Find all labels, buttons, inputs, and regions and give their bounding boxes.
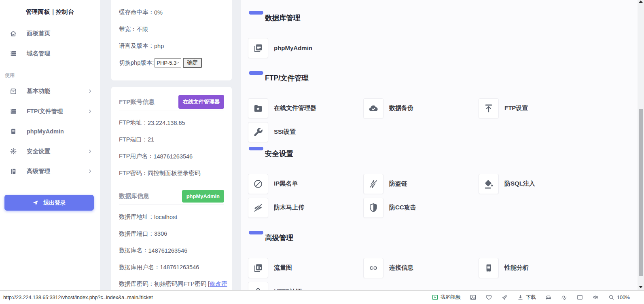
info-value: 148761263546	[153, 153, 193, 160]
info-value: 同控制面板登录密码	[148, 169, 201, 177]
statusbar-tool-car[interactable]	[540, 294, 556, 301]
info-label: 数据库端口：	[119, 230, 154, 238]
info-row: FTP密码：同控制面板登录密码	[119, 165, 224, 182]
play-video-icon	[432, 294, 439, 301]
feature-item[interactable]: SSI设置	[248, 120, 363, 144]
card-section-header: 数据库信息phpMyAdmin	[119, 189, 224, 203]
statusbar-tool-image[interactable]	[465, 294, 481, 301]
section-accent-pill	[249, 231, 263, 234]
card-section-rows: 数据库地址：localhost数据库端口：3306数据库名：1487612635…	[119, 209, 224, 293]
sidebar-item[interactable]: 面板首页	[0, 23, 100, 44]
feature-tile[interactable]	[248, 282, 268, 291]
feature-tile[interactable]	[248, 258, 268, 278]
change-password-link[interactable]: 修改密	[210, 280, 227, 288]
layers-slash-icon	[253, 203, 263, 213]
magnifier-icon	[608, 294, 615, 301]
feature-tile[interactable]	[248, 122, 268, 142]
sidebar-item-label: 基本功能	[27, 87, 87, 95]
feature-item[interactable]: 连接信息	[363, 256, 479, 280]
feature-tile[interactable]	[363, 174, 383, 194]
sidebar-menu-main: 基本功能FTP/文件管理phpMyAdmin安全设置高级管理	[0, 81, 100, 182]
sidebar-item[interactable]: 高级管理	[0, 161, 100, 182]
sidebar-item[interactable]: FTP/文件管理	[0, 101, 100, 122]
logout-button[interactable]: 退出登录	[4, 195, 94, 211]
sidebar-item-label: FTP/文件管理	[27, 108, 87, 115]
overview-card: 缓存命中率：0%带宽：不限语言及版本：php 切换php版本: PHP-5.3 …	[111, 0, 232, 80]
feature-tile[interactable]	[248, 98, 268, 118]
feature-item[interactable]: 防木马上传	[248, 196, 363, 220]
feature-tile[interactable]	[363, 198, 383, 218]
ban-icon	[253, 179, 263, 189]
info-value: localhost	[154, 214, 177, 220]
chevron-right-icon	[87, 109, 93, 114]
feature-label: 防SQL注入	[504, 180, 535, 188]
info-label: 数据库地址：	[119, 213, 154, 221]
feature-tile[interactable]	[363, 258, 383, 278]
statusbar-tool-download[interactable]: 下载	[513, 294, 540, 301]
app-title: 管理面板｜控制台	[0, 0, 100, 23]
section-grid: 流量图连接信息性能分析HTTP认证	[248, 256, 594, 290]
sidebar-item-label: phpMyAdmin	[27, 128, 93, 135]
feature-label: 防CC攻击	[389, 204, 416, 211]
feature-tile[interactable]	[363, 98, 383, 118]
feature-tile[interactable]	[248, 174, 268, 194]
section-accent-pill	[249, 11, 263, 15]
info-value: 21	[148, 136, 154, 143]
overview-rows: 缓存命中率：0%带宽：不限语言及版本：php	[111, 4, 232, 55]
status-url: http://23.224.138.65:3312/vhost/index.ph…	[0, 295, 153, 300]
section-accent-pill	[249, 147, 263, 150]
statusbar-tool-window[interactable]	[572, 294, 588, 301]
scroll-down-button[interactable]	[639, 286, 643, 288]
feature-tile[interactable]	[248, 38, 268, 58]
info-row: 数据库地址：localhost	[119, 209, 224, 226]
statusbar-tool-magnifier[interactable]: 100%	[604, 294, 634, 301]
info-label: 语言及版本：	[119, 42, 154, 50]
feature-tile[interactable]	[479, 98, 499, 118]
feature-tile[interactable]	[479, 174, 499, 194]
info-label: 带宽：	[119, 25, 137, 33]
feature-item[interactable]: 防盗链	[363, 172, 479, 196]
upload-icon	[483, 103, 494, 114]
link-icon	[368, 263, 379, 273]
info-row: 数据库端口：3306	[119, 226, 224, 243]
chip-icon	[483, 263, 494, 273]
feature-item[interactable]: IP黑名单	[248, 172, 363, 196]
sidebar-item[interactable]: phpMyAdmin	[0, 121, 100, 141]
feature-tile[interactable]	[479, 258, 499, 278]
scrollbar-thumb[interactable]	[639, 109, 643, 276]
info-row: 缓存命中率：0%	[111, 4, 232, 21]
statusbar-tool-heart[interactable]	[481, 294, 497, 301]
feature-tile[interactable]	[248, 198, 268, 218]
feature-item[interactable]: HTTP认证	[248, 280, 363, 290]
logout-label: 退出登录	[43, 199, 66, 207]
php-switch-label: 切换php版本:	[119, 59, 154, 67]
feature-item[interactable]: 性能分析	[479, 256, 594, 280]
scrollbar-track[interactable]	[638, 0, 644, 290]
sidebar-item[interactable]: 安全设置	[0, 141, 100, 162]
feature-label: 防木马上传	[274, 204, 304, 211]
sidebar-item[interactable]: 基本功能	[0, 81, 100, 101]
file-manager-button[interactable]: 在线文件管理器	[178, 95, 224, 109]
statusbar-tool-label: 下载	[526, 294, 536, 301]
statusbar-tool-speaker[interactable]	[588, 294, 604, 301]
info-label: 数据库密码：	[119, 280, 154, 288]
sidebar-item[interactable]: 域名管理	[0, 44, 100, 64]
scroll-up-button[interactable]	[639, 0, 643, 3]
statusbar-tool-play-video[interactable]: 我的视频	[427, 294, 465, 301]
feature-item[interactable]: 防SQL注入	[479, 172, 594, 196]
feature-item[interactable]: phpMyAdmin	[248, 36, 363, 60]
info-row: 数据库用户名：148761263546	[119, 259, 224, 276]
info-row: 语言及版本：php	[111, 38, 232, 55]
phpmyadmin-button[interactable]: phpMyAdmin	[182, 190, 224, 203]
confirm-button[interactable]: 确定	[183, 58, 202, 68]
feature-item[interactable]: FTP设置	[479, 96, 594, 120]
info-value: 初始密码同FTP密码 [	[154, 280, 210, 288]
statusbar-tool-gesture[interactable]	[556, 294, 572, 301]
feature-item[interactable]: 防CC攻击	[363, 196, 479, 220]
feature-item[interactable]: 数据备份	[363, 96, 479, 120]
statusbar-tool-rocket[interactable]	[497, 294, 513, 301]
card-section-title: 数据库信息	[119, 192, 149, 200]
feature-item[interactable]: 在线文件管理器	[248, 96, 363, 120]
feature-item[interactable]: 流量图	[248, 256, 363, 280]
php-version-select[interactable]: PHP-5.3	[154, 58, 181, 68]
